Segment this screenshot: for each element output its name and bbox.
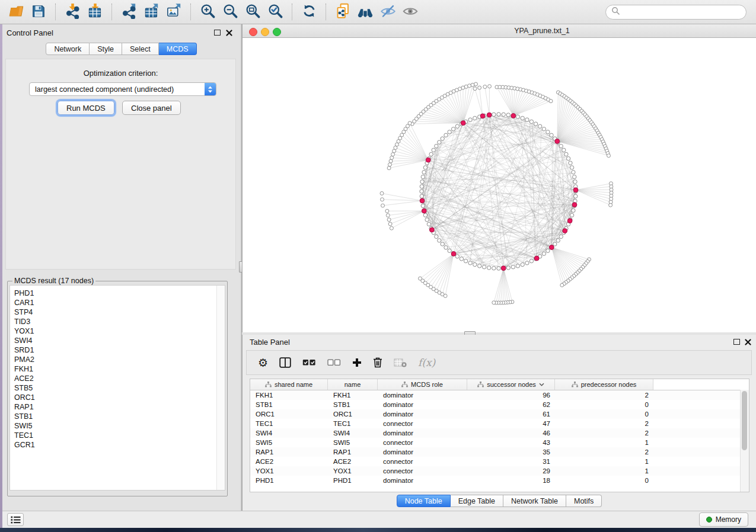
mcds-hub-node[interactable]: [461, 121, 465, 126]
float-table-panel-icon[interactable]: [732, 338, 741, 346]
table-scrollbar[interactable]: [740, 390, 749, 492]
mcds-hub-node[interactable]: [420, 198, 425, 203]
ring-node[interactable]: [468, 118, 472, 121]
ring-node[interactable]: [427, 222, 430, 226]
table-cell[interactable]: connector: [378, 458, 467, 465]
ring-node[interactable]: [444, 133, 448, 137]
mcds-hub-node[interactable]: [422, 209, 426, 213]
network-graph[interactable]: [243, 38, 756, 332]
table-cell[interactable]: STB1: [250, 401, 328, 408]
ring-node[interactable]: [546, 130, 550, 134]
table-cell[interactable]: dominator: [378, 401, 467, 408]
ring-node[interactable]: [550, 133, 553, 137]
leaf-node[interactable]: [607, 154, 611, 158]
table-cell[interactable]: SWI5: [250, 439, 328, 446]
table-cell[interactable]: connector: [378, 467, 467, 475]
mcds-result-item[interactable]: ACE2: [10, 374, 225, 383]
ring-node[interactable]: [482, 265, 486, 269]
ring-node[interactable]: [570, 166, 573, 169]
table-cell[interactable]: 2: [555, 448, 653, 456]
table-cell[interactable]: PHD1: [328, 477, 378, 484]
refresh-button[interactable]: [298, 2, 320, 22]
table-row[interactable]: FKH1FKH1dominator962: [250, 390, 749, 400]
ring-node[interactable]: [441, 137, 444, 140]
network-view[interactable]: [242, 38, 756, 332]
ring-node[interactable]: [521, 262, 524, 266]
ring-node[interactable]: [435, 235, 438, 238]
mcds-result-item[interactable]: PHD1: [10, 289, 225, 298]
table-cell[interactable]: YOX1: [250, 467, 328, 475]
ring-node[interactable]: [478, 264, 481, 268]
mcds-hub-node[interactable]: [567, 219, 572, 223]
ring-node[interactable]: [429, 152, 433, 156]
ring-node[interactable]: [556, 239, 560, 242]
close-table-panel-icon[interactable]: [744, 338, 752, 346]
mcds-hub-node[interactable]: [511, 114, 516, 118]
table-cell[interactable]: 2: [555, 430, 653, 437]
ring-node[interactable]: [566, 156, 570, 160]
leaf-node[interactable]: [468, 84, 471, 88]
mcds-result-item[interactable]: TEC1: [10, 431, 225, 440]
deselect-all-button[interactable]: [327, 359, 341, 366]
select-all-button[interactable]: [302, 359, 316, 366]
table-cell[interactable]: dominator: [378, 477, 467, 484]
ring-node[interactable]: [438, 140, 441, 144]
export-table-button[interactable]: [140, 2, 162, 22]
ring-node[interactable]: [420, 180, 424, 184]
table-cell[interactable]: dominator: [378, 392, 467, 399]
ring-node[interactable]: [570, 213, 573, 217]
table-cell[interactable]: PHD1: [250, 477, 328, 484]
tab-motifs[interactable]: Motifs: [566, 495, 602, 507]
mcds-hub-node[interactable]: [534, 256, 539, 261]
mcds-result-item[interactable]: GCR1: [10, 440, 225, 450]
leaf-node[interactable]: [478, 86, 481, 89]
window-close-icon[interactable]: [249, 28, 257, 36]
mcds-result-item[interactable]: SRD1: [10, 345, 225, 355]
table-cell[interactable]: RAP1: [328, 448, 378, 456]
ring-node[interactable]: [506, 266, 510, 270]
mcds-result-item[interactable]: STP4: [10, 307, 225, 317]
table-cell[interactable]: YOX1: [328, 467, 378, 475]
search-field[interactable]: [605, 5, 747, 20]
ring-node[interactable]: [511, 265, 515, 269]
save-button[interactable]: [27, 2, 50, 22]
tab-network-table[interactable]: Network Table: [503, 495, 566, 507]
table-cell[interactable]: ACE2: [250, 458, 328, 465]
table-cell[interactable]: 2: [555, 420, 653, 427]
leaf-node[interactable]: [473, 87, 477, 91]
export-image-button[interactable]: [162, 2, 185, 22]
mcds-hub-node[interactable]: [555, 139, 560, 144]
ring-node[interactable]: [492, 113, 496, 116]
ring-node[interactable]: [497, 113, 500, 116]
memory-button[interactable]: Memory: [699, 512, 748, 527]
table-row[interactable]: SWI5SWI5connector431: [250, 438, 749, 447]
table-cell[interactable]: SWI5: [328, 439, 378, 446]
mcds-hub-node[interactable]: [487, 113, 492, 117]
mcds-hub-node[interactable]: [426, 158, 430, 162]
table-cell[interactable]: TEC1: [250, 420, 328, 427]
table-cell[interactable]: 1: [555, 439, 653, 446]
zoom-fit-button[interactable]: [241, 2, 264, 22]
mcds-result-item[interactable]: PMA2: [10, 355, 225, 364]
table-cell[interactable]: 0: [555, 401, 653, 408]
zoom-in-button[interactable]: [196, 2, 219, 22]
mcds-hub-node[interactable]: [451, 252, 456, 257]
ring-node[interactable]: [553, 242, 557, 246]
ring-node[interactable]: [506, 113, 510, 117]
function-builder-button[interactable]: f(x): [418, 357, 435, 368]
mcds-result-item[interactable]: STB5: [10, 383, 225, 393]
export-network-button[interactable]: [117, 2, 140, 22]
ring-node[interactable]: [421, 175, 425, 178]
leaf-node[interactable]: [408, 121, 412, 125]
table-cell[interactable]: 0: [555, 477, 653, 484]
ring-node[interactable]: [573, 180, 577, 184]
network-window-titlebar[interactable]: YPA_prune.txt_1: [242, 24, 756, 38]
leaf-node[interactable]: [381, 204, 385, 207]
table-cell[interactable]: 0: [555, 411, 653, 418]
mcds-hub-node[interactable]: [430, 227, 435, 232]
ring-node[interactable]: [546, 249, 550, 252]
tab-select[interactable]: Select: [122, 43, 159, 55]
ring-node[interactable]: [559, 144, 563, 148]
ring-node[interactable]: [425, 218, 429, 222]
table-cell[interactable]: TEC1: [328, 420, 378, 427]
